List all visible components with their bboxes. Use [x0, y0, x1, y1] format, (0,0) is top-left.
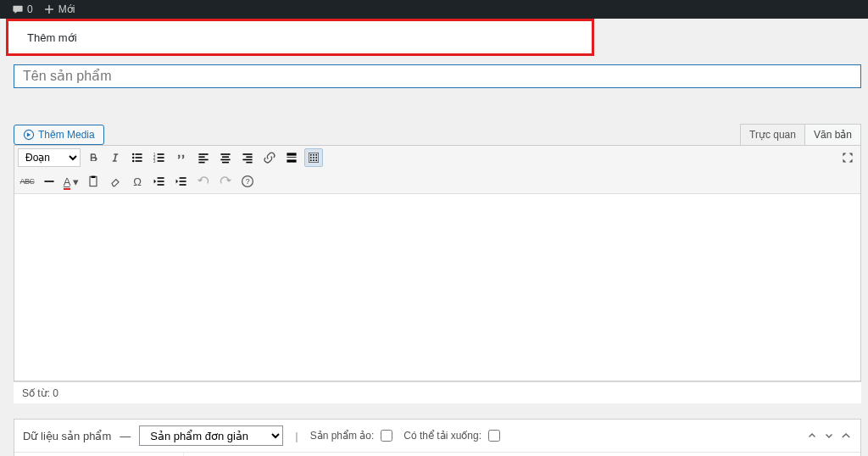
tab-visual[interactable]: Trực quan [741, 125, 804, 145]
horizontal-rule-button[interactable] [40, 172, 58, 191]
italic-button[interactable] [106, 148, 125, 167]
format-select[interactable]: Đoạn [18, 148, 81, 167]
svg-rect-22 [246, 156, 252, 158]
virtual-field: Sản phẩm ảo: [310, 427, 396, 444]
svg-rect-35 [310, 159, 312, 161]
fullscreen-icon [841, 151, 854, 164]
svg-rect-25 [287, 153, 296, 155]
redo-icon [219, 175, 232, 188]
svg-point-1 [132, 153, 134, 155]
bullet-list-icon [131, 151, 144, 164]
svg-rect-42 [158, 181, 164, 182]
help-button[interactable]: ? [238, 172, 257, 191]
svg-rect-14 [198, 156, 204, 158]
tab-general[interactable]: Chung [14, 453, 183, 456]
svg-rect-19 [220, 159, 230, 161]
read-more-button[interactable] [282, 148, 301, 167]
editor-canvas[interactable] [14, 194, 860, 381]
text-color-button[interactable]: A ▾ [62, 172, 81, 191]
numbered-list-button[interactable]: 123 [150, 148, 169, 167]
eraser-icon [108, 175, 122, 188]
page-title: Thêm mới [27, 31, 77, 44]
plus-icon [43, 3, 55, 15]
svg-rect-41 [158, 177, 164, 179]
word-count-label: Số từ: [22, 387, 50, 399]
admin-bar-comments[interactable]: 0 [7, 3, 38, 15]
align-center-button[interactable] [216, 148, 235, 167]
page-header: Thêm mới [6, 19, 594, 56]
svg-rect-24 [246, 162, 252, 164]
undo-button[interactable] [194, 172, 213, 191]
indent-button[interactable] [172, 172, 191, 191]
collapse-panel-icon[interactable] [840, 430, 852, 442]
redo-button[interactable] [216, 172, 235, 191]
bold-icon [86, 151, 100, 164]
product-data-box: Dữ liệu sản phẩm — Sản phẩm đơn giản | S… [14, 419, 861, 456]
quote-icon [175, 151, 188, 164]
svg-rect-20 [222, 162, 229, 164]
clear-formatting-button[interactable] [106, 172, 125, 191]
bold-button[interactable] [84, 148, 103, 167]
bullet-list-button[interactable] [128, 148, 147, 167]
svg-rect-6 [136, 160, 142, 162]
add-media-button[interactable]: Thêm Media [14, 125, 104, 145]
panel-toggles [806, 430, 852, 442]
product-data-em-dash: — [120, 430, 131, 442]
editor-toolbar: Đoạn 123 ABC A ▾ Ω [14, 146, 860, 194]
indent-icon [175, 175, 188, 188]
horizontal-rule-icon [42, 175, 56, 188]
svg-rect-33 [313, 157, 314, 158]
admin-bar-new[interactable]: Mới [38, 3, 81, 15]
strikethrough-button[interactable]: ABC [18, 172, 36, 191]
svg-rect-10 [158, 153, 164, 155]
svg-rect-31 [315, 154, 317, 156]
add-media-label: Thêm Media [38, 129, 95, 141]
svg-point-2 [132, 157, 134, 158]
kitchen-sink-button[interactable] [304, 148, 323, 167]
product-type-select[interactable]: Sản phẩm đơn giản [139, 425, 283, 446]
link-button[interactable] [260, 148, 279, 167]
italic-icon [108, 151, 122, 164]
svg-rect-38 [44, 181, 53, 182]
chevron-down-icon[interactable] [823, 430, 835, 442]
strikethrough-icon: ABC [19, 177, 34, 186]
downloadable-label: Có thể tải xuống: [403, 430, 481, 442]
svg-rect-21 [242, 153, 252, 155]
svg-rect-30 [313, 154, 314, 156]
virtual-checkbox[interactable] [381, 430, 392, 442]
tab-text[interactable]: Văn bản [804, 125, 860, 145]
downloadable-field: Có thể tải xuống: [403, 427, 503, 444]
align-right-button[interactable] [238, 148, 257, 167]
text-color-icon: A ▾ [64, 175, 80, 188]
editor-statusbar: Số từ: 0 [14, 381, 861, 403]
chevron-up-icon[interactable] [806, 430, 818, 442]
align-left-button[interactable] [194, 148, 213, 167]
admin-bar: 0 Mới [0, 0, 868, 19]
product-data-header: Dữ liệu sản phẩm — Sản phẩm đơn giản | S… [14, 420, 860, 453]
svg-rect-15 [198, 159, 208, 161]
svg-rect-36 [313, 159, 314, 161]
svg-point-3 [132, 160, 134, 162]
product-title-input[interactable] [14, 64, 861, 88]
outdent-button[interactable] [150, 172, 169, 191]
word-count-value: 0 [53, 387, 58, 399]
svg-rect-16 [198, 162, 204, 164]
blockquote-button[interactable] [172, 148, 191, 167]
paste-text-button[interactable] [84, 172, 103, 191]
title-wrap [14, 64, 861, 88]
svg-rect-13 [198, 153, 208, 155]
svg-rect-34 [315, 157, 317, 158]
svg-rect-4 [136, 153, 142, 155]
editor-tab-switcher: Trực quan Văn bản [740, 124, 861, 145]
media-icon [23, 129, 35, 141]
downloadable-checkbox[interactable] [488, 430, 500, 442]
link-icon [263, 151, 276, 164]
special-char-button[interactable]: Ω [128, 172, 147, 191]
product-data-tabs: Chung [14, 453, 184, 456]
align-right-icon [241, 151, 254, 164]
svg-rect-26 [287, 157, 296, 158]
comment-count: 0 [27, 3, 33, 15]
svg-rect-11 [158, 157, 164, 158]
fullscreen-button[interactable] [838, 148, 857, 167]
outdent-icon [153, 175, 166, 188]
